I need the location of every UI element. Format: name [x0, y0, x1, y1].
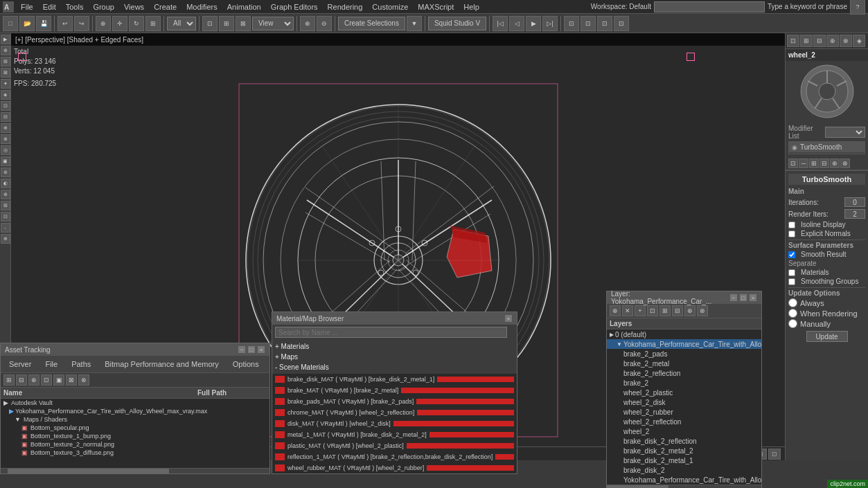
panel-btn3[interactable]: ⊞	[809, 159, 819, 168]
tb-btn1[interactable]: ⊡	[202, 16, 218, 31]
redo-btn[interactable]: ↪	[74, 16, 89, 31]
sidebar-btn19[interactable]: ⊕	[1, 234, 10, 244]
squid-studio-btn[interactable]: Squid Studio V	[428, 17, 486, 30]
rp-icon1[interactable]: ⊡	[787, 35, 799, 47]
mat-item-brake-pads[interactable]: brake_pads_MAT ( VRayMtl ) [brake_2_pads…	[272, 396, 517, 407]
mat-item-brake[interactable]: brake_MAT ( VRayMtl ) [brake_2_metal]	[272, 385, 517, 396]
explicit-normals-checkbox[interactable]	[788, 231, 795, 237]
asset-item-map2[interactable]: ▣ Bottom_texture_1_bump.png	[1, 432, 269, 440]
asset-menu-paths[interactable]: Paths	[67, 357, 95, 371]
asset-scroll-thumb[interactable]	[8, 469, 169, 474]
search-input[interactable]	[654, 1, 765, 12]
materials-header[interactable]: + Materials	[275, 341, 514, 352]
layer-item-brake-disk[interactable]: brake_disk_2	[607, 465, 761, 475]
layer-item-wheel-plastic[interactable]: wheel_2_plastic	[607, 388, 761, 397]
isoline-checkbox[interactable]	[788, 222, 795, 228]
tb-btn12[interactable]: ⊡	[597, 16, 612, 31]
sidebar-btn18[interactable]: ◦	[1, 223, 10, 233]
sidebar-btn12[interactable]: ▣	[1, 156, 10, 166]
maps-header[interactable]: + Maps	[275, 352, 514, 362]
sidebar-btn17[interactable]: ⊡	[1, 212, 10, 222]
sidebar-btn13[interactable]: ⊛	[1, 168, 10, 177]
asset-tb-btn3[interactable]: ⊕	[28, 374, 39, 386]
smooth-result-checkbox[interactable]	[788, 251, 795, 258]
mat-item-rubber[interactable]: wheel_rubber_MAT ( VRayMtl ) [wheel_2_ru…	[272, 462, 517, 473]
asset-item-map1[interactable]: ▣ Bottom_specular.png	[1, 424, 269, 432]
sidebar-btn2[interactable]: ⊕	[1, 46, 10, 55]
sidebar-btn11[interactable]: ◎	[1, 145, 10, 155]
asset-item-vault[interactable]: ▶ Autodesk Vault	[1, 399, 269, 407]
menu-group[interactable]: Group	[89, 0, 118, 14]
layer-close-btn[interactable]: ×	[749, 293, 757, 302]
menu-help[interactable]: Help	[459, 0, 484, 14]
layer-item-wheel-reflection[interactable]: wheel_2_reflection	[607, 417, 761, 426]
layer-item-brake-disk-reflection[interactable]: brake_disk_2_reflection	[607, 436, 761, 446]
asset-menu-bitmap[interactable]: Bitmap Performance and Memory	[100, 357, 222, 371]
menu-create[interactable]: Create	[150, 0, 181, 14]
layer-item-brake-reflection[interactable]: brake_2_reflection	[607, 368, 761, 378]
menu-file[interactable]: File	[17, 0, 37, 14]
menu-edit[interactable]: Edit	[39, 0, 60, 14]
sidebar-btn4[interactable]: ⊠	[1, 68, 10, 78]
sidebar-btn6[interactable]: ◈	[1, 90, 10, 100]
panel-btn1[interactable]: ⊡	[788, 159, 798, 168]
tb-btn6[interactable]: ▼	[407, 16, 422, 31]
sidebar-btn3[interactable]: ⊞	[1, 57, 10, 66]
mat-item-metal1[interactable]: metal_1_MAT ( VRayMtl ) [brake_disk_2_me…	[272, 429, 517, 440]
layer-item-brake[interactable]: brake_2	[607, 378, 761, 388]
layer-item-yokohama[interactable]: ▼ Yokohama_Performance_Car_Tire_with_All…	[607, 339, 761, 349]
menu-views[interactable]: Views	[120, 0, 148, 14]
update-button[interactable]: Update	[806, 331, 848, 342]
asset-minimize-btn[interactable]: −	[238, 345, 246, 354]
rp-icon3[interactable]: ⊟	[813, 35, 826, 47]
layer-item-default[interactable]: ▶ 0 (default)	[607, 329, 761, 339]
asset-item-max-file[interactable]: ▶ Yokohama_Performance_Car_Tire_with_All…	[1, 407, 269, 415]
render-iters-input[interactable]	[844, 209, 865, 219]
smoothing-groups-checkbox[interactable]	[788, 278, 795, 285]
tb-btn11[interactable]: ⊡	[581, 16, 596, 31]
help-btn[interactable]: ?	[850, 0, 865, 15]
rotate-btn[interactable]: ↻	[129, 16, 144, 31]
view-dropdown[interactable]: View	[252, 17, 294, 30]
asset-item-map4[interactable]: ▣ Bottom_texture_3_diffuse.png	[1, 449, 269, 457]
asset-menu-server[interactable]: Server	[5, 357, 35, 371]
vp-ctrl8[interactable]: ⊡	[768, 449, 781, 460]
tb-btn2[interactable]: ⊞	[219, 16, 234, 31]
menu-customize[interactable]: Customize	[368, 0, 412, 14]
menu-modifiers[interactable]: Modifiers	[182, 0, 222, 14]
asset-menu-file[interactable]: File	[41, 357, 62, 371]
sidebar-btn7[interactable]: ⊡	[1, 101, 10, 111]
save-btn[interactable]: 💾	[36, 16, 51, 31]
layer-item-wheel-rubber[interactable]: wheel_2_rubber	[607, 407, 761, 417]
select-btn[interactable]: ⊕	[96, 16, 111, 31]
always-radio[interactable]	[788, 298, 797, 307]
tb-btn3[interactable]: ⊠	[236, 16, 251, 31]
sidebar-btn1[interactable]: ▶	[1, 35, 10, 44]
asset-tb-btn2[interactable]: ⊟	[16, 374, 27, 386]
tb-btn13[interactable]: ⊡	[614, 16, 629, 31]
layer-scroll-thumb[interactable]	[607, 485, 668, 488]
tb-btn7[interactable]: |◁	[493, 16, 508, 31]
tb-btn5[interactable]: ⊖	[317, 16, 332, 31]
layer-tb-btn4[interactable]: ⊡	[647, 305, 658, 316]
asset-tb-btn5[interactable]: ▣	[53, 374, 64, 386]
layer-item-wheel-disk[interactable]: wheel_2_disk	[607, 397, 761, 407]
undo-btn[interactable]: ↩	[57, 16, 73, 31]
asset-menu-options[interactable]: Options	[229, 357, 263, 371]
sidebar-btn10[interactable]: ⊗	[1, 134, 10, 144]
mat-item-chrome[interactable]: chrome_MAT ( VRayMtl ) [wheel_2_reflecti…	[272, 407, 517, 418]
modifier-dropdown[interactable]	[825, 127, 866, 138]
menu-rendering[interactable]: Rendering	[324, 0, 367, 14]
mat-item-reflection[interactable]: reflection_1_MAT ( VRayMtl ) [brake_2_re…	[272, 451, 517, 462]
layer-dropdown[interactable]: All	[167, 17, 196, 30]
panel-btn6[interactable]: ⊗	[840, 159, 850, 168]
menu-tools[interactable]: Tools	[62, 0, 88, 14]
manually-radio[interactable]	[788, 319, 797, 328]
asset-tb-btn6[interactable]: ⊠	[66, 374, 77, 386]
asset-item-maps[interactable]: ▼ Maps / Shaders	[1, 415, 269, 424]
rp-icon5[interactable]: ⊗	[840, 35, 852, 47]
layer-tb-btn7[interactable]: ⊕	[684, 305, 696, 316]
menu-maxscript[interactable]: MAXScript	[414, 0, 458, 14]
layer-maximize-btn[interactable]: □	[739, 293, 747, 302]
layer-tb-new[interactable]: +	[635, 305, 646, 316]
